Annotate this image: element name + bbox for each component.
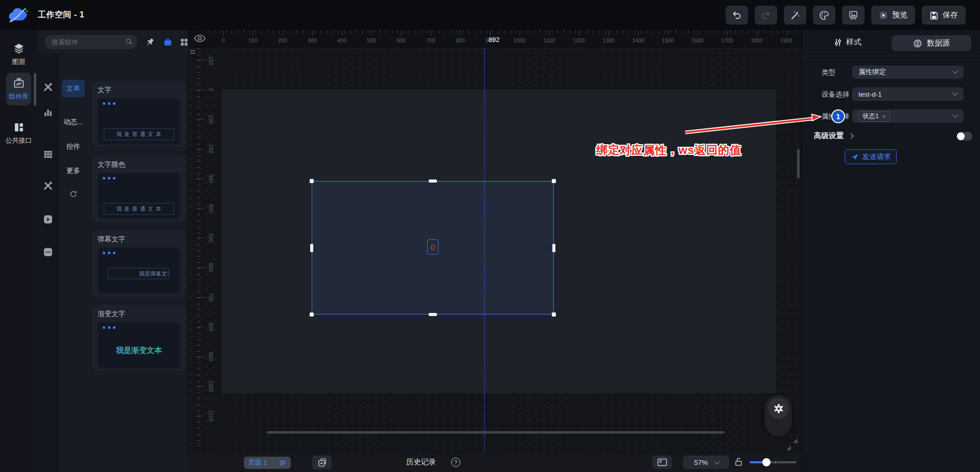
zoom-select[interactable]: 57% bbox=[683, 456, 729, 469]
attribute-tag[interactable]: 状态1 × bbox=[858, 111, 890, 122]
page-tab-label: 页面 1 bbox=[248, 458, 267, 467]
resize-handle-se[interactable] bbox=[552, 312, 556, 317]
cloud-logo-icon bbox=[8, 6, 30, 25]
code-chat-icon bbox=[913, 39, 922, 48]
card-preview: 我是渐变文本 bbox=[98, 322, 180, 368]
top-bar: 工作空间 - 1 bbox=[0, 0, 980, 30]
component-card-marquee-text[interactable]: 弹幕文字 我是弹幕文字 bbox=[92, 230, 185, 297]
tab-label: 文本 bbox=[66, 84, 80, 93]
redo-button[interactable] bbox=[755, 6, 777, 25]
resize-handle-sw[interactable] bbox=[310, 312, 314, 317]
rail-item-layers[interactable]: 图层 bbox=[0, 42, 37, 66]
bottom-bar: 页面 1 历史记录 ? bbox=[188, 452, 802, 472]
tab-label: 控件 bbox=[66, 142, 80, 151]
device-select[interactable]: test-d-1 bbox=[852, 87, 964, 101]
bound-value: 0 bbox=[431, 243, 435, 252]
vertical-scrollbar[interactable] bbox=[797, 149, 800, 178]
rail-item-component-library[interactable]: 组件库 bbox=[6, 73, 31, 105]
card-preview: 我 是 普 通 文 本 bbox=[98, 98, 180, 144]
card-title: 渐变文字 bbox=[98, 309, 180, 319]
toggle-guides-eye-icon[interactable] bbox=[194, 34, 206, 42]
save-label: 保存 bbox=[943, 10, 958, 20]
component-card-text-color[interactable]: 文字颜色 我 是 普 通 文 本 bbox=[92, 155, 185, 222]
zoom-slider-knob[interactable] bbox=[762, 458, 771, 466]
field-label: 类型 bbox=[822, 68, 835, 77]
resize-handle-w[interactable] bbox=[310, 244, 313, 252]
topbar-actions: 预览 保存 bbox=[726, 6, 966, 25]
tab-text[interactable]: 文本 bbox=[62, 80, 85, 97]
pin-icon[interactable] bbox=[145, 37, 155, 48]
type-select[interactable]: 属性绑定 bbox=[852, 65, 964, 79]
design-tools-icon[interactable] bbox=[42, 81, 54, 95]
corner-resize-marker bbox=[786, 445, 791, 450]
play-icon bbox=[879, 11, 888, 20]
apps-grid-icon[interactable] bbox=[179, 37, 190, 48]
unlock-icon[interactable] bbox=[734, 457, 743, 467]
search-row bbox=[37, 30, 188, 53]
media-library-icon bbox=[848, 10, 858, 20]
corner-resize-marker bbox=[793, 438, 798, 443]
resize-handle-s[interactable] bbox=[429, 313, 437, 316]
tab-datasource[interactable]: 数据源 bbox=[892, 35, 971, 51]
settings-gear-button[interactable] bbox=[768, 398, 789, 419]
tab-label: 动态... bbox=[63, 118, 83, 127]
tab-style-label: 样式 bbox=[846, 37, 861, 47]
send-request-button[interactable]: 发送请求 bbox=[845, 149, 897, 164]
card-preview-text: 我 是 普 通 文 本 bbox=[104, 128, 174, 140]
resize-handle-nw[interactable] bbox=[310, 179, 314, 183]
bound-value-box[interactable]: 0 bbox=[427, 239, 438, 255]
history-button[interactable]: 历史记录 bbox=[406, 457, 436, 467]
tab-controls[interactable]: 控件 bbox=[62, 138, 85, 155]
blocks-icon bbox=[13, 121, 25, 133]
tab-dynamic[interactable]: 动态... bbox=[62, 114, 85, 131]
component-card-gradient-text[interactable]: 渐变文字 我是渐变文本 bbox=[92, 305, 185, 371]
undo-button[interactable] bbox=[726, 6, 748, 25]
refresh-components-icon[interactable] bbox=[62, 185, 85, 203]
cursor-x-label: 892 bbox=[488, 36, 500, 43]
table-icon[interactable] bbox=[42, 149, 54, 162]
help-button[interactable]: ? bbox=[451, 458, 460, 467]
advanced-toggle-switch[interactable] bbox=[956, 132, 972, 141]
tab-more[interactable]: 更多 bbox=[62, 162, 85, 179]
ellipsis-dots-icon bbox=[103, 326, 115, 329]
tag-close-icon[interactable]: × bbox=[882, 113, 886, 120]
zoom-slider[interactable] bbox=[750, 461, 797, 463]
app-root: 工作空间 - 1 bbox=[0, 0, 980, 472]
toolbox-icon[interactable] bbox=[162, 37, 173, 48]
resize-handle-n[interactable] bbox=[429, 179, 437, 183]
attribute-select[interactable]: 状态1 × bbox=[852, 109, 964, 123]
resize-handle-ne[interactable] bbox=[552, 179, 556, 183]
more-ellipsis-icon[interactable] bbox=[42, 246, 54, 260]
magic-wand-button[interactable] bbox=[784, 6, 806, 25]
chevron-down-icon bbox=[952, 90, 958, 96]
advanced-settings-toggle-row[interactable]: 高级设置 bbox=[814, 131, 853, 141]
canvas-viewport[interactable]: -100010020030040050060070080090010001100… bbox=[188, 49, 802, 452]
rail-item-public-api[interactable]: 公共接口 bbox=[0, 121, 37, 145]
component-card-text[interactable]: 文字 我 是 普 通 文 本 bbox=[92, 81, 185, 147]
category-icon-strip bbox=[37, 53, 59, 472]
tab-style[interactable]: 样式 bbox=[834, 37, 861, 47]
panel-layout-button[interactable] bbox=[652, 456, 672, 469]
card-preview-marquee: 我是弹幕文字 bbox=[108, 268, 169, 279]
video-icon[interactable] bbox=[42, 214, 54, 227]
search-input[interactable] bbox=[44, 35, 137, 49]
theme-palette-button[interactable] bbox=[813, 6, 835, 25]
tab-datasource-label: 数据源 bbox=[927, 38, 950, 48]
tab-label: 更多 bbox=[66, 166, 80, 175]
add-page-icon bbox=[317, 458, 327, 467]
add-page-button[interactable] bbox=[312, 456, 332, 469]
search-icon bbox=[125, 38, 133, 46]
preview-button[interactable]: 预览 bbox=[871, 6, 915, 25]
rail-scrollbar[interactable] bbox=[34, 73, 36, 106]
left-rail: 图层 组件库 公共接口 bbox=[0, 30, 37, 472]
page-tab[interactable]: 页面 1 bbox=[244, 457, 291, 469]
media-library-button[interactable] bbox=[842, 6, 865, 25]
resize-handle-e[interactable] bbox=[552, 244, 555, 252]
inspector-tabs: 样式 数据源 bbox=[802, 30, 980, 56]
category-tabs: 文本 动态... 控件 更多 bbox=[59, 53, 87, 472]
magic-wand-icon bbox=[790, 10, 800, 20]
bar-chart-icon[interactable] bbox=[42, 107, 54, 120]
horizontal-scrollbar[interactable] bbox=[267, 431, 725, 434]
save-button[interactable]: 保存 bbox=[922, 6, 966, 25]
draw-tools-icon[interactable] bbox=[42, 180, 54, 193]
